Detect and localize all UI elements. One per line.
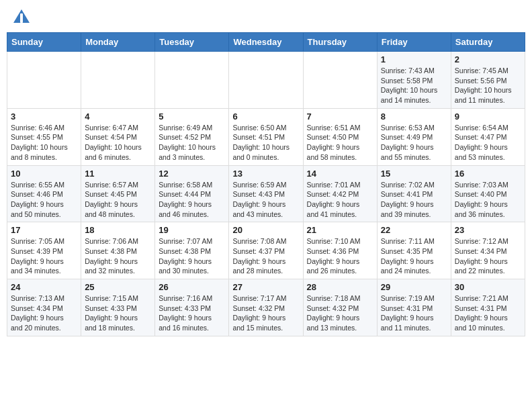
day-info: Sunrise: 7:06 AM Sunset: 4:38 PM Dayligh… bbox=[85, 236, 151, 276]
calendar-cell: 13Sunrise: 6:59 AM Sunset: 4:43 PM Dayli… bbox=[229, 165, 303, 222]
day-info: Sunrise: 6:49 AM Sunset: 4:52 PM Dayligh… bbox=[159, 123, 225, 163]
day-number: 13 bbox=[232, 169, 299, 179]
day-info: Sunrise: 7:08 AM Sunset: 4:37 PM Dayligh… bbox=[232, 236, 299, 276]
calendar-cell: 28Sunrise: 7:18 AM Sunset: 4:32 PM Dayli… bbox=[303, 279, 377, 336]
day-info: Sunrise: 7:02 AM Sunset: 4:41 PM Dayligh… bbox=[381, 180, 447, 220]
day-info: Sunrise: 6:57 AM Sunset: 4:45 PM Dayligh… bbox=[85, 180, 151, 220]
day-info: Sunrise: 7:17 AM Sunset: 4:32 PM Dayligh… bbox=[232, 293, 299, 333]
day-number: 5 bbox=[159, 111, 225, 122]
day-number: 30 bbox=[455, 282, 521, 292]
calendar-cell: 8Sunrise: 6:53 AM Sunset: 4:49 PM Daylig… bbox=[377, 108, 451, 165]
calendar-cell: 18Sunrise: 7:06 AM Sunset: 4:38 PM Dayli… bbox=[81, 222, 155, 279]
day-number: 25 bbox=[85, 282, 151, 292]
day-number: 23 bbox=[455, 225, 521, 235]
day-number: 12 bbox=[159, 169, 225, 179]
day-info: Sunrise: 7:21 AM Sunset: 4:31 PM Dayligh… bbox=[455, 293, 521, 333]
day-header-friday: Friday bbox=[377, 33, 451, 52]
day-number: 11 bbox=[85, 169, 151, 179]
day-number: 2 bbox=[455, 54, 521, 64]
day-info: Sunrise: 6:59 AM Sunset: 4:43 PM Dayligh… bbox=[232, 180, 299, 220]
day-info: Sunrise: 7:12 AM Sunset: 4:34 PM Dayligh… bbox=[455, 236, 521, 276]
day-info: Sunrise: 7:11 AM Sunset: 4:35 PM Dayligh… bbox=[381, 236, 447, 276]
day-number: 22 bbox=[381, 225, 447, 235]
week-row-2: 3Sunrise: 6:46 AM Sunset: 4:55 PM Daylig… bbox=[7, 108, 525, 165]
page-header bbox=[7, 7, 525, 27]
day-number: 3 bbox=[11, 111, 77, 122]
day-info: Sunrise: 7:15 AM Sunset: 4:33 PM Dayligh… bbox=[85, 293, 151, 333]
calendar-cell: 9Sunrise: 6:54 AM Sunset: 4:47 PM Daylig… bbox=[451, 108, 525, 165]
calendar-cell bbox=[303, 52, 377, 109]
calendar-cell bbox=[7, 52, 81, 109]
day-info: Sunrise: 6:47 AM Sunset: 4:54 PM Dayligh… bbox=[85, 123, 151, 163]
calendar-cell: 7Sunrise: 6:51 AM Sunset: 4:50 PM Daylig… bbox=[303, 108, 377, 165]
calendar-cell: 10Sunrise: 6:55 AM Sunset: 4:46 PM Dayli… bbox=[7, 165, 81, 222]
calendar-cell: 16Sunrise: 7:03 AM Sunset: 4:40 PM Dayli… bbox=[451, 165, 525, 222]
logo-icon bbox=[12, 8, 31, 27]
day-info: Sunrise: 7:16 AM Sunset: 4:33 PM Dayligh… bbox=[159, 293, 225, 333]
day-number: 26 bbox=[159, 282, 225, 292]
day-header-monday: Monday bbox=[81, 33, 155, 52]
day-number: 21 bbox=[307, 225, 373, 235]
day-info: Sunrise: 6:46 AM Sunset: 4:55 PM Dayligh… bbox=[11, 123, 77, 163]
calendar-cell: 11Sunrise: 6:57 AM Sunset: 4:45 PM Dayli… bbox=[81, 165, 155, 222]
day-number: 8 bbox=[381, 111, 447, 122]
day-header-wednesday: Wednesday bbox=[229, 33, 303, 52]
day-info: Sunrise: 6:58 AM Sunset: 4:44 PM Dayligh… bbox=[159, 180, 225, 220]
day-info: Sunrise: 6:50 AM Sunset: 4:51 PM Dayligh… bbox=[232, 123, 299, 163]
day-info: Sunrise: 7:01 AM Sunset: 4:42 PM Dayligh… bbox=[307, 180, 373, 220]
calendar-cell: 24Sunrise: 7:13 AM Sunset: 4:34 PM Dayli… bbox=[7, 279, 81, 336]
calendar-cell: 12Sunrise: 6:58 AM Sunset: 4:44 PM Dayli… bbox=[155, 165, 229, 222]
calendar-table: SundayMondayTuesdayWednesdayThursdayFrid… bbox=[7, 32, 525, 336]
day-number: 14 bbox=[307, 169, 373, 179]
calendar-cell: 5Sunrise: 6:49 AM Sunset: 4:52 PM Daylig… bbox=[155, 108, 229, 165]
day-number: 16 bbox=[455, 169, 521, 179]
day-number: 15 bbox=[381, 169, 447, 179]
svg-rect-1 bbox=[20, 13, 23, 23]
calendar-cell: 23Sunrise: 7:12 AM Sunset: 4:34 PM Dayli… bbox=[451, 222, 525, 279]
calendar-cell: 3Sunrise: 6:46 AM Sunset: 4:55 PM Daylig… bbox=[7, 108, 81, 165]
day-info: Sunrise: 7:05 AM Sunset: 4:39 PM Dayligh… bbox=[11, 236, 77, 276]
calendar-cell: 29Sunrise: 7:19 AM Sunset: 4:31 PM Dayli… bbox=[377, 279, 451, 336]
day-number: 27 bbox=[232, 282, 299, 292]
day-info: Sunrise: 6:55 AM Sunset: 4:46 PM Dayligh… bbox=[11, 180, 77, 220]
calendar-cell: 27Sunrise: 7:17 AM Sunset: 4:32 PM Dayli… bbox=[229, 279, 303, 336]
week-row-4: 17Sunrise: 7:05 AM Sunset: 4:39 PM Dayli… bbox=[7, 222, 525, 279]
day-number: 1 bbox=[381, 54, 447, 64]
day-number: 9 bbox=[455, 111, 521, 122]
calendar-cell: 20Sunrise: 7:08 AM Sunset: 4:37 PM Dayli… bbox=[229, 222, 303, 279]
day-info: Sunrise: 7:18 AM Sunset: 4:32 PM Dayligh… bbox=[307, 293, 373, 333]
day-info: Sunrise: 7:10 AM Sunset: 4:36 PM Dayligh… bbox=[307, 236, 373, 276]
calendar-cell: 2Sunrise: 7:45 AM Sunset: 5:56 PM Daylig… bbox=[451, 52, 525, 109]
day-header-sunday: Sunday bbox=[7, 33, 81, 52]
calendar-cell: 1Sunrise: 7:43 AM Sunset: 5:58 PM Daylig… bbox=[377, 52, 451, 109]
calendar-cell: 6Sunrise: 6:50 AM Sunset: 4:51 PM Daylig… bbox=[229, 108, 303, 165]
day-info: Sunrise: 6:54 AM Sunset: 4:47 PM Dayligh… bbox=[455, 123, 521, 163]
day-number: 18 bbox=[85, 225, 151, 235]
calendar-cell: 25Sunrise: 7:15 AM Sunset: 4:33 PM Dayli… bbox=[81, 279, 155, 336]
calendar-cell: 17Sunrise: 7:05 AM Sunset: 4:39 PM Dayli… bbox=[7, 222, 81, 279]
calendar-cell: 30Sunrise: 7:21 AM Sunset: 4:31 PM Dayli… bbox=[451, 279, 525, 336]
logo-area bbox=[9, 11, 31, 27]
week-row-3: 10Sunrise: 6:55 AM Sunset: 4:46 PM Dayli… bbox=[7, 165, 525, 222]
day-number: 10 bbox=[11, 169, 77, 179]
day-number: 19 bbox=[159, 225, 225, 235]
day-number: 28 bbox=[307, 282, 373, 292]
day-info: Sunrise: 7:03 AM Sunset: 4:40 PM Dayligh… bbox=[455, 180, 521, 220]
day-number: 7 bbox=[307, 111, 373, 122]
day-info: Sunrise: 7:07 AM Sunset: 4:38 PM Dayligh… bbox=[159, 236, 225, 276]
day-number: 6 bbox=[232, 111, 299, 122]
day-header-thursday: Thursday bbox=[303, 33, 377, 52]
calendar-cell bbox=[81, 52, 155, 109]
calendar-cell: 15Sunrise: 7:02 AM Sunset: 4:41 PM Dayli… bbox=[377, 165, 451, 222]
calendar-cell bbox=[229, 52, 303, 109]
calendar-cell: 14Sunrise: 7:01 AM Sunset: 4:42 PM Dayli… bbox=[303, 165, 377, 222]
calendar-cell: 21Sunrise: 7:10 AM Sunset: 4:36 PM Dayli… bbox=[303, 222, 377, 279]
day-number: 17 bbox=[11, 225, 77, 235]
day-info: Sunrise: 7:19 AM Sunset: 4:31 PM Dayligh… bbox=[381, 293, 447, 333]
day-info: Sunrise: 7:13 AM Sunset: 4:34 PM Dayligh… bbox=[11, 293, 77, 333]
calendar-cell: 22Sunrise: 7:11 AM Sunset: 4:35 PM Dayli… bbox=[377, 222, 451, 279]
day-header-saturday: Saturday bbox=[451, 33, 525, 52]
day-info: Sunrise: 6:51 AM Sunset: 4:50 PM Dayligh… bbox=[307, 123, 373, 163]
day-number: 29 bbox=[381, 282, 447, 292]
day-number: 20 bbox=[232, 225, 299, 235]
